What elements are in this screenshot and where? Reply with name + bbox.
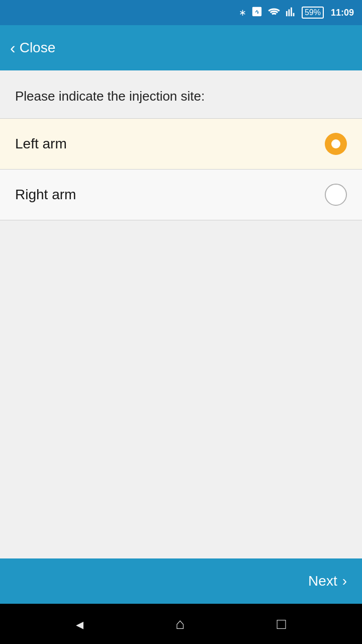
wifi-icon	[267, 7, 281, 19]
bluetooth-icon: ∗	[239, 7, 246, 18]
battery-indicator: 59%	[302, 7, 324, 19]
android-nav-bar: ◂ ⌂ □	[0, 604, 362, 644]
left-arm-radio[interactable]	[325, 133, 347, 155]
next-label: Next	[308, 573, 337, 589]
time-display: 11:09	[331, 8, 354, 18]
next-chevron-icon: ›	[342, 573, 347, 589]
home-nav-icon[interactable]: ⌂	[175, 615, 185, 632]
right-arm-option[interactable]: Right arm	[0, 170, 362, 220]
instruction-text: Please indicate the injection site:	[15, 89, 205, 104]
right-arm-label: Right arm	[15, 187, 76, 203]
signal-icon	[286, 7, 297, 19]
left-arm-option[interactable]: Left arm	[0, 119, 362, 169]
status-bar: ∗ 59% 11:09	[0, 0, 362, 25]
back-chevron-icon: ‹	[10, 40, 16, 56]
main-content: Please indicate the injection site: Left…	[0, 70, 362, 589]
divider-bottom	[0, 220, 362, 220]
status-icons: ∗ 59% 11:09	[239, 6, 354, 20]
left-arm-label: Left arm	[15, 136, 67, 152]
right-arm-radio[interactable]	[325, 184, 347, 206]
instruction-area: Please indicate the injection site:	[0, 70, 362, 118]
close-label: Close	[20, 40, 56, 56]
nfc-icon	[251, 6, 262, 20]
bottom-action-bar: Next ›	[0, 558, 362, 604]
toolbar: ‹ Close	[0, 25, 362, 70]
close-button[interactable]: ‹ Close	[10, 40, 55, 56]
next-button[interactable]: Next ›	[308, 573, 347, 589]
recents-nav-icon[interactable]: □	[277, 615, 286, 632]
back-nav-icon[interactable]: ◂	[76, 615, 83, 633]
